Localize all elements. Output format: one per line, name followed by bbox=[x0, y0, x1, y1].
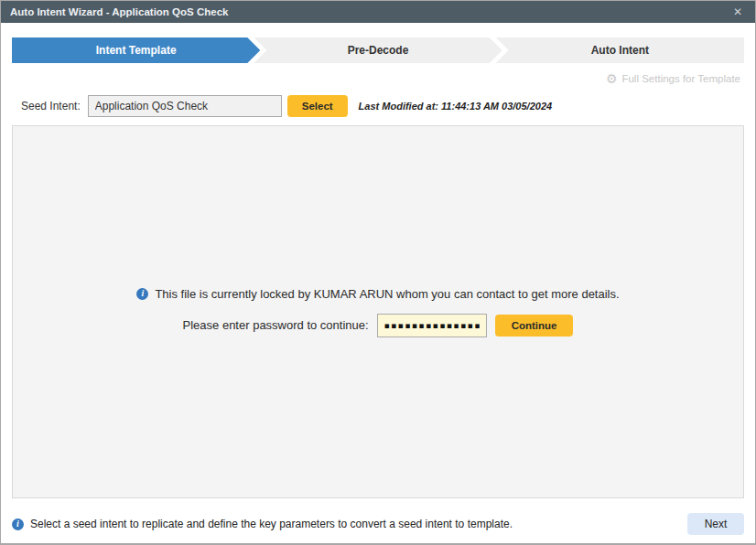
password-row: Please enter password to continue: Conti… bbox=[183, 314, 574, 337]
seed-intent-input[interactable] bbox=[88, 95, 282, 117]
full-settings-link[interactable]: Full Settings for Template bbox=[621, 73, 740, 84]
lock-message-row: i This file is currently locked by KUMAR… bbox=[136, 287, 619, 301]
lock-message-text: This file is currently locked by KUMAR A… bbox=[155, 287, 619, 301]
dialog-content: Intent Template Pre-Decode Auto Intent ⚙… bbox=[1, 23, 755, 505]
title-bar: Auto Intent Wizard - Application QoS Che… bbox=[1, 1, 755, 23]
gear-icon: ⚙ bbox=[606, 72, 618, 85]
step-label: Intent Template bbox=[96, 44, 177, 57]
step-intent-template[interactable]: Intent Template bbox=[12, 37, 260, 63]
lock-panel: i This file is currently locked by KUMAR… bbox=[12, 125, 744, 498]
next-button[interactable]: Next bbox=[687, 513, 744, 535]
footer-hint-text: Select a seed intent to replicate and de… bbox=[30, 518, 513, 530]
step-auto-intent[interactable]: Auto Intent bbox=[496, 37, 744, 63]
seed-intent-label: Seed Intent: bbox=[21, 100, 81, 112]
password-label: Please enter password to continue: bbox=[183, 318, 369, 332]
info-icon: i bbox=[136, 288, 148, 300]
close-icon[interactable]: ✕ bbox=[729, 5, 746, 19]
step-pre-decode[interactable]: Pre-Decode bbox=[254, 37, 502, 63]
dialog-title: Auto Intent Wizard - Application QoS Che… bbox=[10, 6, 228, 17]
settings-row: ⚙ Full Settings for Template bbox=[12, 67, 744, 91]
info-icon: i bbox=[12, 518, 24, 530]
footer-hint: i Select a seed intent to replicate and … bbox=[12, 518, 513, 530]
step-label: Pre-Decode bbox=[348, 44, 409, 57]
password-input[interactable] bbox=[377, 314, 487, 337]
select-button[interactable]: Select bbox=[287, 95, 348, 117]
seed-intent-row: Seed Intent: Select Last Modified at: 11… bbox=[12, 94, 744, 118]
last-modified-text: Last Modified at: 11:44:13 AM 03/05/2024 bbox=[359, 101, 553, 112]
step-label: Auto Intent bbox=[591, 44, 649, 57]
wizard-dialog: Auto Intent Wizard - Application QoS Che… bbox=[0, 0, 756, 545]
footer-bar: i Select a seed intent to replicate and … bbox=[1, 505, 755, 543]
wizard-steps: Intent Template Pre-Decode Auto Intent bbox=[12, 37, 744, 63]
continue-button[interactable]: Continue bbox=[495, 315, 574, 337]
